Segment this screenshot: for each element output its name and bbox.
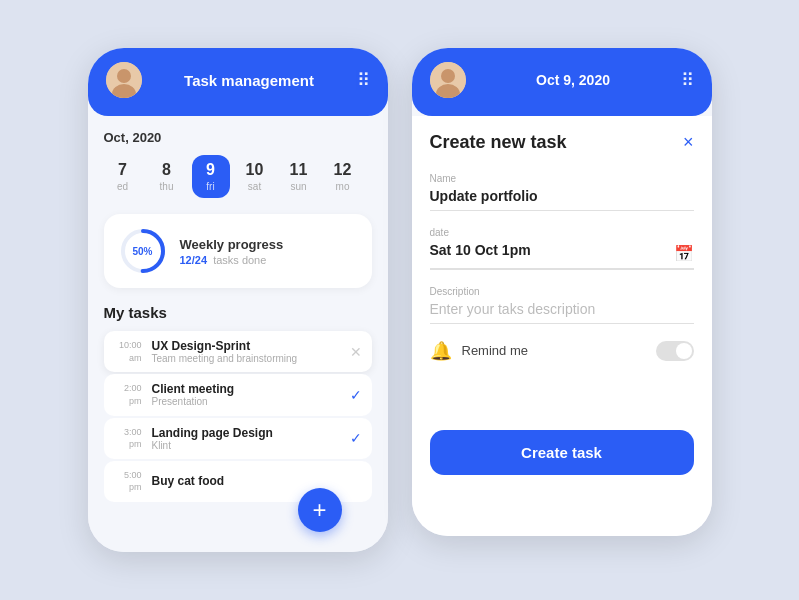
calendar-row: 7 ed 8 thu 9 fri 10 sat 11 sun 12 mo [104, 155, 372, 198]
calendar-icon[interactable]: 📅 [674, 244, 694, 263]
task-info: Buy cat food [152, 474, 362, 488]
cal-day-7[interactable]: 7 ed [104, 155, 142, 198]
svg-point-6 [441, 69, 455, 83]
avatar2 [430, 62, 466, 98]
task-sub: Presentation [152, 396, 340, 407]
cross-icon: ✕ [350, 344, 362, 360]
phone-create-task: Oct 9, 2020 ⠿ Create new task × Name Upd… [412, 48, 712, 536]
date-value[interactable]: Sat 10 Oct 1pm [430, 242, 674, 264]
task-time: 10:00am [114, 339, 142, 364]
name-group: Name Update portfolio [430, 173, 694, 211]
remind-label: Remind me [462, 343, 646, 358]
phone2-header: Oct 9, 2020 ⠿ [412, 48, 712, 116]
desc-input[interactable]: Enter your taks description [430, 301, 694, 324]
progress-percent: 50% [132, 246, 152, 257]
close-button[interactable]: × [683, 132, 694, 153]
name-label: Name [430, 173, 694, 184]
grid-icon2: ⠿ [681, 69, 694, 91]
task-info: Client meeting Presentation [152, 382, 340, 407]
check-icon: ✓ [350, 430, 362, 446]
date-label: date [430, 227, 694, 238]
task-item-1[interactable]: 2:00pm Client meeting Presentation ✓ [104, 374, 372, 415]
task-name: Landing page Design [152, 426, 340, 440]
cal-day-11[interactable]: 11 sun [280, 155, 318, 198]
task-sub: Team meeting and brainstorming [152, 353, 340, 364]
phone-task-management: Task management ⠿ Oct, 2020 7 ed 8 thu 9… [88, 48, 388, 552]
task-item-2[interactable]: 3:00pm Landing page Design Klint ✓ [104, 418, 372, 459]
task-list: 10:00am UX Design-Sprint Team meeting an… [104, 331, 372, 502]
task-time: 5:00pm [114, 469, 142, 494]
fab-add-task[interactable]: + [298, 488, 342, 532]
task-info: Landing page Design Klint [152, 426, 340, 451]
svg-point-1 [117, 69, 131, 83]
create-task-form: Create new task × Name Update portfolio … [412, 116, 712, 536]
form-spacer [430, 382, 694, 422]
remind-row: 🔔 Remind me [430, 340, 694, 362]
app-container: Task management ⠿ Oct, 2020 7 ed 8 thu 9… [88, 48, 712, 552]
progress-card: 50% Weekly progress 12/24 tasks done [104, 214, 372, 288]
date-group: date Sat 10 Oct 1pm 📅 [430, 227, 694, 270]
remind-toggle[interactable] [656, 341, 694, 361]
desc-group: Description Enter your taks description [430, 286, 694, 324]
cal-day-9[interactable]: 9 fri [192, 155, 230, 198]
grid-icon: ⠿ [357, 69, 370, 91]
form-title: Create new task [430, 132, 694, 153]
header-date: Oct 9, 2020 [536, 72, 610, 88]
app-title: Task management [184, 72, 314, 89]
phone1-body: Oct, 2020 7 ed 8 thu 9 fri 10 sat 11 sun… [88, 116, 388, 552]
task-name: UX Design-Sprint [152, 339, 340, 353]
task-info: UX Design-Sprint Team meeting and brains… [152, 339, 340, 364]
month-label: Oct, 2020 [104, 130, 372, 145]
bell-icon: 🔔 [430, 340, 452, 362]
toggle-knob [676, 343, 692, 359]
desc-label: Description [430, 286, 694, 297]
create-task-button[interactable]: Create task [430, 430, 694, 475]
cal-day-10[interactable]: 10 sat [236, 155, 274, 198]
progress-info: Weekly progress 12/24 tasks done [180, 237, 284, 266]
avatar [106, 62, 142, 98]
my-tasks-title: My tasks [104, 304, 372, 321]
progress-label: Weekly progress [180, 237, 284, 252]
name-input[interactable]: Update portfolio [430, 188, 694, 211]
task-sub: Klint [152, 440, 340, 451]
progress-circle: 50% [118, 226, 168, 276]
task-name: Buy cat food [152, 474, 362, 488]
progress-sub: 12/24 tasks done [180, 254, 284, 266]
check-icon: ✓ [350, 387, 362, 403]
cal-day-12[interactable]: 12 mo [324, 155, 362, 198]
task-time: 3:00pm [114, 426, 142, 451]
task-name: Client meeting [152, 382, 340, 396]
task-item-0[interactable]: 10:00am UX Design-Sprint Team meeting an… [104, 331, 372, 372]
date-row: Sat 10 Oct 1pm 📅 [430, 242, 694, 264]
phone1-header: Task management ⠿ [88, 48, 388, 116]
task-time: 2:00pm [114, 382, 142, 407]
cal-day-8[interactable]: 8 thu [148, 155, 186, 198]
